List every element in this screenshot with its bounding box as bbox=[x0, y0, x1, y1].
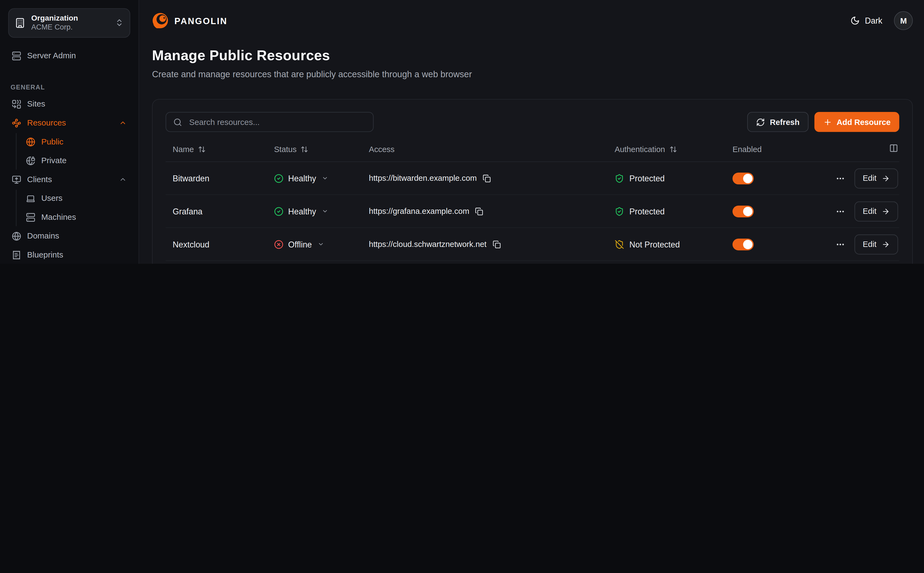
column-header-authentication[interactable]: Authentication bbox=[608, 145, 725, 154]
column-label: Status bbox=[274, 145, 297, 154]
table-body: Bitwarden Healthy https://bitwarden.exam… bbox=[166, 162, 900, 264]
brand[interactable]: PANGOLIN bbox=[152, 13, 227, 29]
row-more-button[interactable] bbox=[836, 207, 845, 216]
enabled-cell bbox=[725, 238, 828, 250]
page-head: Manage Public Resources Create and manag… bbox=[152, 47, 913, 79]
edit-button[interactable]: Edit bbox=[855, 168, 898, 188]
status-dropdown[interactable]: Healthy bbox=[267, 174, 362, 183]
plus-icon bbox=[823, 117, 832, 127]
column-header-name[interactable]: Name bbox=[166, 145, 267, 154]
sidebar-item-clients[interactable]: Clients bbox=[8, 171, 130, 188]
theme-label: Dark bbox=[865, 16, 882, 25]
edit-button[interactable]: Edit bbox=[855, 201, 898, 221]
edit-button[interactable]: Edit bbox=[855, 234, 898, 254]
copy-url-button[interactable] bbox=[475, 207, 484, 215]
status-dropdown[interactable]: Offline bbox=[267, 240, 362, 249]
column-settings-button[interactable] bbox=[889, 144, 898, 154]
sidebar-item-sites[interactable]: Sites bbox=[8, 96, 130, 113]
enabled-toggle[interactable] bbox=[733, 205, 754, 217]
chevron-up-icon bbox=[119, 119, 127, 127]
row-more-button[interactable] bbox=[836, 174, 845, 183]
column-header-status[interactable]: Status bbox=[267, 145, 362, 154]
combine-icon bbox=[12, 99, 21, 109]
sidebar-item-private[interactable]: Private bbox=[22, 152, 130, 169]
copy-icon bbox=[492, 240, 501, 248]
arrow-right-icon bbox=[882, 207, 890, 215]
sidebar: Organization ACME Corp. Server Admin GEN… bbox=[0, 0, 139, 264]
check-circle-icon bbox=[274, 174, 283, 183]
column-label: Enabled bbox=[733, 145, 762, 154]
chevron-down-icon bbox=[322, 175, 329, 182]
sidebar-item-label: Blueprints bbox=[27, 251, 127, 260]
avatar[interactable]: M bbox=[894, 11, 913, 30]
sidebar-nav: GENERAL Sites Resources Public Private C… bbox=[8, 74, 130, 264]
theme-toggle[interactable]: Dark bbox=[850, 16, 883, 25]
resource-url: https://bitwarden.example.com bbox=[369, 174, 477, 183]
monitor-up-icon bbox=[12, 175, 21, 184]
auth-label: Protected bbox=[629, 207, 664, 216]
auth-cell: Not Protected bbox=[608, 240, 725, 249]
server-icon bbox=[12, 51, 21, 61]
ellipsis-icon bbox=[836, 240, 845, 249]
row-actions: Edit bbox=[828, 168, 899, 188]
sort-icon[interactable] bbox=[198, 145, 205, 153]
page-subtitle: Create and manage resources that are pub… bbox=[152, 69, 913, 79]
chevrons-up-down-icon bbox=[115, 19, 124, 27]
edit-label: Edit bbox=[863, 207, 877, 216]
brand-name: PANGOLIN bbox=[174, 16, 227, 26]
receipt-icon bbox=[12, 250, 21, 260]
table-row: Battery Monitor Healthy https://node01.b… bbox=[166, 261, 900, 264]
add-resource-button[interactable]: Add Resource bbox=[814, 112, 899, 132]
refresh-button[interactable]: Refresh bbox=[747, 112, 808, 132]
ellipsis-icon bbox=[836, 207, 845, 216]
org-switcher[interactable]: Organization ACME Corp. bbox=[8, 8, 130, 38]
enabled-toggle[interactable] bbox=[733, 238, 754, 250]
x-circle-icon bbox=[274, 240, 283, 249]
topbar: PANGOLIN Dark M bbox=[152, 0, 913, 41]
search-icon bbox=[173, 117, 182, 127]
app-root: Organization ACME Corp. Server Admin GEN… bbox=[0, 0, 924, 264]
shield-off-icon bbox=[615, 240, 624, 249]
auth-label: Not Protected bbox=[629, 240, 680, 249]
sidebar-item-label: Clients bbox=[27, 175, 113, 184]
laptop-icon bbox=[26, 194, 36, 203]
chevron-down-icon bbox=[322, 208, 329, 214]
sort-icon[interactable] bbox=[301, 145, 308, 153]
columns-icon bbox=[889, 144, 898, 153]
sidebar-item-machines[interactable]: Machines bbox=[22, 208, 130, 226]
status-dropdown[interactable]: Healthy bbox=[267, 207, 362, 216]
sidebar-item-blueprints[interactable]: Blueprints bbox=[8, 246, 130, 264]
enabled-toggle[interactable] bbox=[733, 172, 754, 184]
nav-section: GENERAL Sites Resources Public Private C… bbox=[8, 83, 130, 264]
sidebar-item-public[interactable]: Public bbox=[22, 133, 130, 151]
building-icon bbox=[15, 17, 25, 28]
column-header-access: Access bbox=[362, 145, 608, 154]
resource-url: https://grafana.example.com bbox=[369, 207, 469, 216]
resource-name: Grafana bbox=[166, 207, 267, 216]
sidebar-item-users[interactable]: Users bbox=[22, 190, 130, 207]
column-label: Authentication bbox=[615, 145, 665, 154]
add-resource-label: Add Resource bbox=[837, 117, 891, 127]
sidebar-item-label: Resources bbox=[27, 119, 113, 128]
column-label: Name bbox=[173, 145, 194, 154]
row-actions: Edit bbox=[828, 201, 899, 221]
sidebar-item-label: Machines bbox=[41, 213, 127, 222]
sort-icon[interactable] bbox=[669, 145, 677, 153]
table-row: Grafana Healthy https://grafana.example.… bbox=[166, 195, 900, 228]
row-more-button[interactable] bbox=[836, 240, 845, 249]
enabled-cell bbox=[725, 205, 828, 217]
page-title: Manage Public Resources bbox=[152, 47, 913, 64]
copy-url-button[interactable] bbox=[492, 240, 501, 248]
copy-url-button[interactable] bbox=[482, 174, 491, 182]
search-input[interactable] bbox=[188, 117, 366, 127]
globe-lock-icon bbox=[26, 156, 36, 166]
chevron-down-icon bbox=[318, 241, 324, 247]
sidebar-item-server-admin[interactable]: Server Admin bbox=[8, 47, 130, 65]
edit-label: Edit bbox=[863, 174, 877, 183]
copy-icon bbox=[482, 174, 491, 182]
sidebar-item-label: Server Admin bbox=[27, 52, 127, 60]
sidebar-item-domains[interactable]: Domains bbox=[8, 227, 130, 245]
sidebar-item-resources[interactable]: Resources bbox=[8, 114, 130, 132]
status-label: Healthy bbox=[288, 207, 316, 216]
arrow-right-icon bbox=[882, 174, 890, 182]
